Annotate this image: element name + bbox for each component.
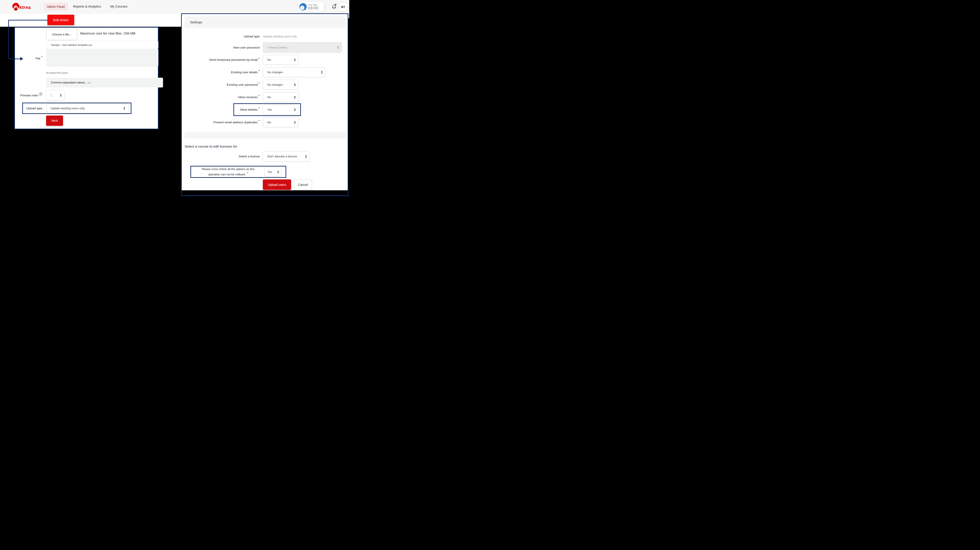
preview-rows-value: 1 — [51, 94, 52, 97]
upload-type-label: Upload type — [13, 103, 42, 113]
row-label-text: Prevent email address duplicates — [213, 120, 258, 124]
logo-placeholder-icon — [299, 3, 307, 11]
select-arrows-icon — [123, 107, 125, 110]
prevent-email-duplicates-select[interactable]: No — [263, 117, 299, 127]
brand-logo[interactable]: ktrea — [12, 2, 31, 13]
nav-item-reports-analytics[interactable]: Reports & Analytics — [73, 0, 101, 13]
select-arrows-icon — [277, 171, 279, 173]
select-arrows-icon — [294, 121, 296, 124]
row-label-text: Existing user password — [227, 83, 258, 86]
cancel-button[interactable]: Cancel — [294, 179, 312, 190]
required-asterisk: * — [247, 171, 248, 176]
row-label-text: New user password — [233, 46, 260, 49]
help-glyph: ? — [40, 93, 41, 95]
select-value: No — [267, 120, 271, 124]
required-asterisk: * — [259, 94, 260, 97]
row-label-send-temp-passwords: Send temporary passwords by email * — [187, 55, 260, 65]
required-asterisk: * — [41, 55, 42, 59]
user-avatar[interactable]: BT — [339, 2, 347, 11]
annotation-line-arrow-shaft — [8, 59, 21, 59]
row-label-text: Allow renames — [238, 95, 258, 99]
select-arrows-icon — [294, 96, 296, 98]
required-asterisk: * — [259, 69, 260, 73]
select-arrows-icon — [294, 58, 296, 61]
confirm-line2: operation can not be rollback. — [208, 173, 246, 176]
preview-rows-stepper[interactable]: 1 — [46, 90, 65, 101]
row-label-allow-renames: Allow renames * — [187, 92, 260, 102]
sample-file-name: Sample - User deletion template.csv — [51, 44, 92, 46]
nav-item-admin-panel[interactable]: Admin Panel — [44, 2, 68, 11]
select-arrows-icon — [294, 83, 296, 86]
required-asterisk: * — [259, 82, 260, 85]
settings-panel-bottom-mask — [182, 190, 348, 195]
select-arrows-icon — [337, 46, 339, 49]
select-value: Yes — [267, 108, 272, 111]
row-label-new-user-password: New user password — [187, 42, 260, 52]
select-license-label: Select a license — [187, 151, 260, 162]
required-asterisk: * — [259, 119, 260, 123]
select-license-select[interactable]: Don't allocate a license — [263, 151, 310, 162]
confirm-select[interactable]: Yes — [264, 167, 281, 176]
nav-item-label: Admin Panel — [47, 5, 65, 8]
row-label-allow-deletes: Allow deletes * — [187, 105, 260, 115]
accepted-types-title: Accepted file types: — [46, 71, 68, 74]
file-drop-area[interactable] — [46, 49, 158, 67]
next-button-label: Next — [51, 119, 58, 122]
sample-file-link[interactable]: Sample - User deletion template.csv — [46, 41, 158, 49]
annotation-line-top — [8, 20, 48, 21]
upload-type-select[interactable]: Update existing users only — [46, 103, 129, 113]
logo-placeholder-card: your logo HERE — [298, 2, 324, 12]
notification-bell-icon[interactable] — [331, 4, 337, 10]
select-value: No — [267, 95, 271, 99]
select-arrows-icon — [305, 155, 307, 158]
existing-user-details-select[interactable]: No changes — [263, 67, 326, 77]
max-size-text: Maximum size for new files: 256 MB — [80, 32, 135, 35]
row-label-prevent-email-duplicates: Prevent email address duplicates * — [187, 117, 260, 127]
allow-renames-select[interactable]: No — [263, 92, 299, 102]
new-user-password-select[interactable]: –Please Select– — [263, 42, 342, 52]
row-label-existing-user-password: Existing user password * — [187, 80, 260, 90]
required-asterisk: * — [259, 57, 260, 60]
required-asterisk: * — [259, 106, 260, 110]
preview-rows-label: Preview rows ? — [7, 90, 42, 100]
preview-rows-text: Preview rows — [20, 94, 38, 97]
select-value: No changes — [267, 83, 283, 86]
logo-placeholder-line1: your logo — [308, 3, 319, 6]
send-temp-passwords-select[interactable]: No — [263, 55, 299, 65]
row-label-text: Upload type — [243, 35, 260, 38]
help-icon[interactable]: ? — [39, 93, 42, 96]
avatar-initials: BT — [341, 5, 345, 9]
row-label-upload-type: Upload type — [187, 31, 260, 41]
cancel-label: Cancel — [298, 183, 308, 187]
upload-users-button[interactable]: Upload users — [263, 179, 291, 190]
settings-section-header: Settings — [185, 16, 346, 28]
top-navbar: ktrea Admin Panel Reports & Analytics My… — [0, 0, 349, 13]
row-label-text: Send temporary passwords by email — [209, 58, 258, 62]
choose-file-label: Choose a file... — [52, 33, 72, 36]
select-arrows-icon — [294, 108, 296, 111]
choose-file-button[interactable]: Choose a file... — [46, 29, 77, 40]
upload-type-static-value: Update existing users only — [263, 31, 297, 41]
accepted-type-extension: .csv — [87, 81, 91, 84]
confirm-warning-text: Please cross check all the options as th… — [193, 166, 263, 177]
stepper-arrows-icon[interactable] — [60, 94, 62, 97]
accepted-type-row: Comma-separated values .csv — [46, 78, 163, 87]
nav-item-label: Reports & Analytics — [73, 5, 101, 8]
bulk-action-label: Bulk Action — [53, 18, 68, 22]
row-label-text: Existing user details — [231, 71, 258, 74]
file-label-text: File — [35, 57, 40, 60]
nav-item-my-courses[interactable]: My Courses — [110, 0, 127, 13]
next-button[interactable]: Next — [46, 116, 63, 126]
settings-title: Settings — [190, 20, 202, 24]
license-section-heading: Select a course to edit licenses for — [185, 144, 237, 149]
bulk-action-button[interactable]: Bulk Action — [48, 15, 74, 25]
confirm-line1: Please cross check all the options as th… — [202, 167, 255, 171]
allow-deletes-select[interactable]: Yes — [263, 105, 299, 115]
select-value: –Please Select– — [267, 46, 288, 49]
existing-user-password-select[interactable]: No changes — [263, 80, 299, 90]
select-arrows-icon — [321, 71, 323, 74]
page-edge-strip — [348, 13, 349, 18]
brand-text: ktrea — [19, 5, 31, 10]
select-value: No — [267, 58, 271, 62]
select-value: Yes — [267, 170, 272, 174]
